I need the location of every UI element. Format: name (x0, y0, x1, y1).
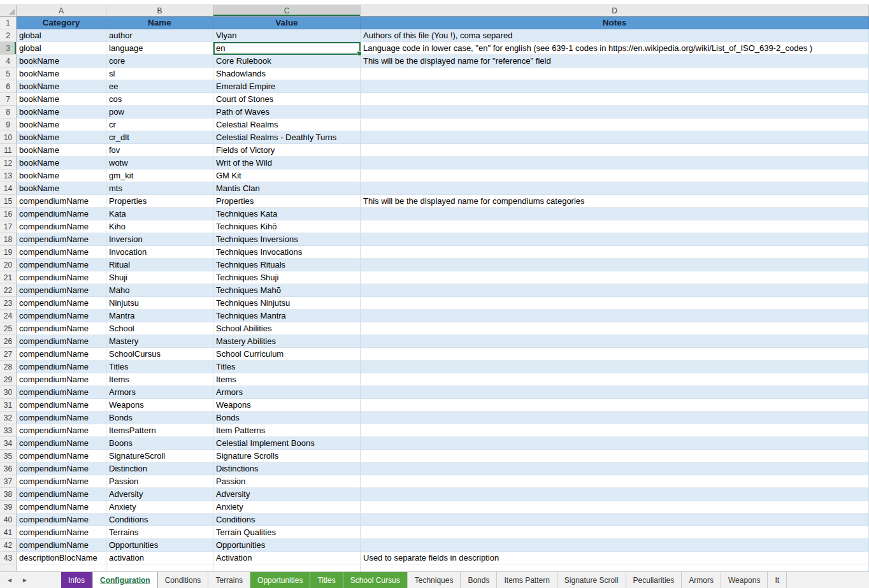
cell-B17[interactable]: Kiho (106, 220, 213, 233)
cell-B9[interactable]: cr (106, 118, 213, 131)
row-header-42[interactable]: 42 (0, 539, 17, 552)
row-header-10[interactable]: 10 (0, 131, 17, 144)
row-header-11[interactable]: 11 (0, 144, 17, 157)
cell-D16[interactable] (361, 208, 869, 220)
sheet-tab-opportunities[interactable]: Opportunities (250, 572, 310, 588)
cell-C17[interactable]: Techniques Kihõ (213, 220, 361, 233)
cell-D25[interactable] (361, 322, 869, 335)
cell-C39[interactable]: Anxiety (213, 501, 361, 513)
cell-D4[interactable]: This will be the displayed name for "ref… (361, 55, 869, 68)
tab-scroll-left-icon[interactable]: ◄ (6, 577, 13, 584)
cell-B5[interactable]: sl (106, 68, 213, 80)
cell-A17[interactable]: compendiumName (17, 220, 106, 233)
cell-C31[interactable]: Weapons (213, 399, 361, 412)
cell-D2[interactable]: Authors of this file (You !), coma separ… (361, 29, 869, 42)
cell-A41[interactable]: compendiumName (17, 526, 106, 539)
row-header-23[interactable]: 23 (0, 297, 17, 310)
row-header-39[interactable]: 39 (0, 501, 17, 513)
row-header-1[interactable]: 1 (0, 17, 17, 29)
header-cell-A1[interactable]: Category (17, 17, 106, 29)
cell-C22[interactable]: Techniques Mahõ (213, 284, 361, 297)
cell-D9[interactable] (361, 118, 869, 131)
row-header-6[interactable]: 6 (0, 80, 17, 93)
cell-B38[interactable]: Adversity (106, 488, 213, 501)
row-header-8[interactable]: 8 (0, 106, 17, 118)
cell-B22[interactable]: Maho (106, 284, 213, 297)
cell-D19[interactable] (361, 246, 869, 259)
cell-C19[interactable]: Techniques Invocations (213, 246, 361, 259)
cell-A15[interactable]: compendiumName (17, 195, 106, 208)
cell-C15[interactable]: Properties (213, 195, 361, 208)
cell-B35[interactable]: SignatureScroll (106, 450, 213, 463)
cell-C32[interactable]: Bonds (213, 412, 361, 424)
row-header-4[interactable]: 4 (0, 55, 17, 68)
cell-A13[interactable]: bookName (17, 169, 106, 182)
cell-A14[interactable]: bookName (17, 182, 106, 195)
cell-A4[interactable]: bookName (17, 55, 106, 68)
header-cell-D1[interactable]: Notes (361, 17, 869, 29)
cell-C2[interactable]: Vlyan (213, 29, 361, 42)
sheet-tab-signature-scroll[interactable]: Signature Scroll (557, 572, 626, 588)
column-header-D[interactable]: D (361, 5, 869, 16)
row-header-37[interactable]: 37 (0, 475, 17, 488)
cell-A11[interactable]: bookName (17, 144, 106, 157)
cell-D39[interactable] (361, 501, 869, 513)
cell-B6[interactable]: ee (106, 80, 213, 93)
cell-B27[interactable]: SchoolCursus (106, 348, 213, 361)
cell-A25[interactable]: compendiumName (17, 322, 106, 335)
cell-A33[interactable]: compendiumName (17, 424, 106, 437)
cell-C36[interactable]: Distinctions (213, 463, 361, 475)
cell-B43[interactable]: activation (106, 552, 213, 564)
sheet-tab-peculiarities[interactable]: Peculiarities (626, 572, 682, 588)
cell-A5[interactable]: bookName (17, 68, 106, 80)
cell-C30[interactable]: Armors (213, 386, 361, 399)
cell-C34[interactable]: Celestial Implement Boons (213, 437, 361, 450)
row-header-5[interactable]: 5 (0, 68, 17, 80)
cell-D22[interactable] (361, 284, 869, 297)
cell-B25[interactable]: School (106, 322, 213, 335)
cell-D38[interactable] (361, 488, 869, 501)
column-header-A[interactable]: A (17, 5, 106, 16)
cell-B29[interactable]: Items (106, 373, 213, 386)
cell-D33[interactable] (361, 424, 869, 437)
cell-A29[interactable]: compendiumName (17, 373, 106, 386)
cell-D40[interactable] (361, 513, 869, 526)
cell-C27[interactable]: School Curriculum (213, 348, 361, 361)
cell-D35[interactable] (361, 450, 869, 463)
cell-D41[interactable] (361, 526, 869, 539)
cell-B14[interactable]: mts (106, 182, 213, 195)
cell-A10[interactable]: bookName (17, 131, 106, 144)
row-header-29[interactable]: 29 (0, 373, 17, 386)
cell-C29[interactable]: Items (213, 373, 361, 386)
cell-C6[interactable]: Emerald Empire (213, 80, 361, 93)
cell-C16[interactable]: Techniques Kata (213, 208, 361, 220)
cell-A39[interactable]: compendiumName (17, 501, 106, 513)
row-header-16[interactable]: 16 (0, 208, 17, 220)
row-header-30[interactable]: 30 (0, 386, 17, 399)
cell-C11[interactable]: Fields of Victory (213, 144, 361, 157)
row-header-12[interactable]: 12 (0, 157, 17, 169)
cell-D7[interactable] (361, 93, 869, 106)
row-header-18[interactable]: 18 (0, 233, 17, 246)
cell-C38[interactable]: Adversity (213, 488, 361, 501)
cell-A42[interactable]: compendiumName (17, 539, 106, 552)
row-header-17[interactable]: 17 (0, 220, 17, 233)
cell-A37[interactable]: compendiumName (17, 475, 106, 488)
cell-C7[interactable]: Court of Stones (213, 93, 361, 106)
cell-B40[interactable]: Conditions (106, 513, 213, 526)
row-header-21[interactable]: 21 (0, 271, 17, 284)
cell-A2[interactable]: global (17, 29, 106, 42)
row-header-34[interactable]: 34 (0, 437, 17, 450)
row-header-32[interactable]: 32 (0, 412, 17, 424)
row-header-19[interactable]: 19 (0, 246, 17, 259)
cell-C43[interactable]: Activation (213, 552, 361, 564)
cell-D31[interactable] (361, 399, 869, 412)
cell-C4[interactable]: Core Rulebook (213, 55, 361, 68)
sheet-tab-configuration[interactable]: Configuration (92, 572, 158, 588)
cell-B11[interactable]: fov (106, 144, 213, 157)
cell-D11[interactable] (361, 144, 869, 157)
row-header-40[interactable]: 40 (0, 513, 17, 526)
cell-A40[interactable]: compendiumName (17, 513, 106, 526)
cell-D26[interactable] (361, 335, 869, 348)
cell-B37[interactable]: Passion (106, 475, 213, 488)
